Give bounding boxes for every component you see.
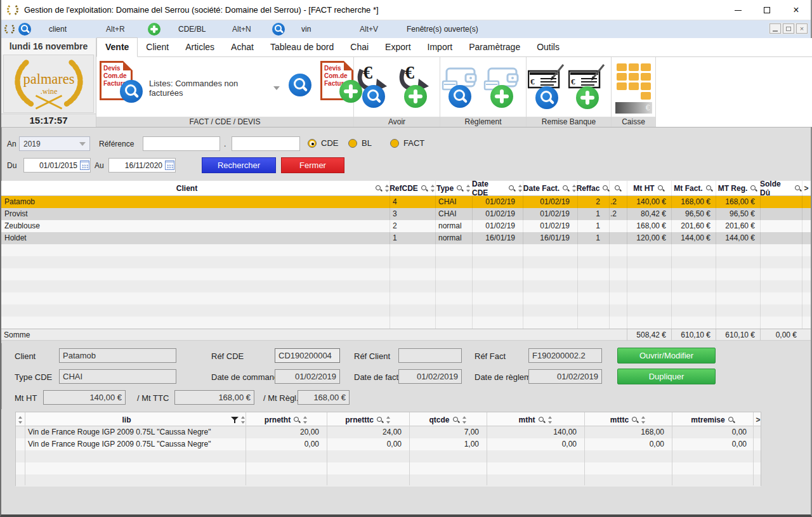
doc-type-radio[interactable]: BL — [348, 138, 372, 148]
open-windows-menu[interactable]: Fenêtre(s) ouverte(s) — [407, 25, 478, 34]
column-search-icon[interactable] — [452, 416, 460, 424]
col-solde[interactable]: Solde Dû — [760, 181, 802, 196]
type-cde-field[interactable] — [59, 369, 176, 384]
column-search-icon[interactable] — [750, 185, 757, 192]
search-button[interactable]: Rechercher — [202, 157, 276, 173]
add-cde-bl-icon[interactable] — [148, 23, 160, 36]
col-mt-ht[interactable]: Mt HT — [627, 181, 671, 196]
search-vin-icon[interactable] — [272, 23, 285, 36]
scroll-right-icon[interactable]: > — [802, 181, 811, 196]
menu-tab[interactable]: Export — [377, 38, 419, 56]
sort-icon[interactable] — [462, 416, 467, 424]
mt-ttc-field[interactable] — [174, 390, 254, 405]
fact-search-button[interactable]: Devis Com.de Facture — [100, 57, 133, 100]
menu-tab[interactable]: Achat — [223, 38, 262, 56]
menu-tab[interactable]: Tableau de bord — [262, 38, 342, 56]
column-search-icon[interactable] — [562, 185, 570, 192]
sort-icon[interactable] — [548, 416, 553, 424]
menu-tab[interactable]: Vente — [96, 37, 138, 57]
menu-tab[interactable]: Paramètrage — [461, 38, 528, 56]
minimize-button[interactable] — [723, 0, 752, 20]
avoir-search-button[interactable]: € — [355, 61, 392, 108]
caisse-button[interactable]: € — [612, 57, 655, 114]
column-search-icon[interactable] — [794, 185, 802, 192]
quick-vin-label[interactable]: vin — [301, 25, 360, 34]
column-search-icon[interactable] — [657, 185, 665, 192]
quick-cdebl-label[interactable]: CDE/BL — [178, 25, 232, 34]
duplicate-button[interactable]: Dupliquer — [617, 369, 716, 384]
sort-icon[interactable] — [431, 185, 435, 192]
search-client-icon[interactable] — [18, 23, 31, 36]
col-lib[interactable]: lib — [25, 412, 246, 428]
date-facture-field[interactable] — [398, 369, 462, 384]
reglement-new-button[interactable] — [483, 61, 520, 108]
remise-new-button[interactable]: € — [568, 61, 606, 109]
sort-icon[interactable] — [641, 416, 646, 424]
column-search-icon[interactable] — [631, 416, 639, 424]
table-row[interactable]: Patamob 4 CHAI 01/02/19 01/02/19 2 .2 14… — [1, 196, 811, 208]
scroll-right-icon[interactable]: > — [754, 412, 762, 428]
client-field[interactable] — [59, 348, 176, 363]
reference2-input[interactable] — [232, 136, 300, 151]
sort-icon[interactable] — [18, 416, 23, 424]
col-mtremise[interactable]: mtremise — [672, 412, 754, 428]
reglement-search-button[interactable] — [442, 61, 478, 108]
sort-icon[interactable] — [303, 416, 308, 424]
col-mtttc[interactable]: mtttc — [584, 412, 672, 428]
col-refcde[interactable]: RefCDE — [390, 181, 435, 196]
close-form-button[interactable]: Fermer — [281, 157, 344, 173]
mdi-restore-button[interactable] — [783, 23, 794, 34]
refclient-field[interactable] — [398, 348, 462, 363]
mt-regl-field[interactable] — [298, 390, 350, 405]
column-search-icon[interactable] — [728, 416, 735, 424]
sort-icon[interactable] — [385, 185, 390, 192]
column-search-icon[interactable] — [705, 185, 713, 192]
sort-icon[interactable] — [241, 416, 246, 424]
listes-dropdown[interactable]: Listes: Commandes non facturées — [149, 79, 280, 98]
column-search-icon[interactable] — [538, 416, 546, 424]
mdi-minimize-button[interactable] — [769, 23, 781, 34]
listes-search-button[interactable] — [289, 74, 311, 96]
mdi-close-button[interactable]: × — [796, 23, 808, 34]
col-type[interactable]: Type — [435, 181, 472, 196]
col-mtht[interactable]: mtht — [487, 412, 584, 428]
sort-icon[interactable] — [386, 416, 391, 424]
column-search-icon[interactable] — [376, 416, 384, 424]
col-mt-fact[interactable]: Mt Fact. — [671, 181, 716, 196]
date-commande-field[interactable] — [275, 369, 340, 384]
menu-tab[interactable]: Chai — [342, 38, 377, 56]
sort-icon[interactable] — [466, 185, 471, 192]
sort-icon[interactable] — [518, 185, 523, 192]
reference-input[interactable] — [143, 136, 220, 151]
doc-type-radio[interactable]: CDE — [308, 138, 338, 148]
calendar-icon[interactable] — [165, 160, 174, 170]
list-item[interactable]: Vin de France Rouge IGP 2009 0.75L "Caus… — [16, 438, 761, 450]
column-search-icon[interactable] — [293, 416, 301, 424]
table-row[interactable]: Holdet 1 normal 16/01/19 16/01/19 1 120,… — [1, 232, 811, 244]
avoir-new-button[interactable]: € — [397, 61, 434, 108]
col-prnetttc[interactable]: prnetttc — [327, 412, 409, 428]
column-search-icon[interactable] — [456, 185, 464, 192]
fact-new-button[interactable]: Devis Com.de Facture — [320, 57, 353, 100]
mt-ht-field[interactable] — [43, 390, 126, 405]
table-row[interactable]: Zeublouse 2 normal 01/02/19 01/02/19 1 1… — [1, 220, 811, 232]
col-mini[interactable] — [609, 181, 627, 196]
quick-client-label[interactable]: client — [49, 25, 106, 34]
column-search-icon[interactable] — [375, 185, 383, 192]
calendar-icon[interactable] — [80, 160, 89, 170]
list-item[interactable]: Vin de France Rouge IGP 2009 0.75L "Caus… — [16, 426, 761, 438]
menu-tab[interactable]: Articles — [177, 38, 223, 56]
date-reglement-field[interactable] — [528, 369, 602, 384]
column-search-icon[interactable] — [421, 185, 428, 192]
col-client[interactable]: Client — [1, 181, 390, 196]
doc-type-radio[interactable]: FACT — [390, 138, 424, 148]
open-modify-button[interactable]: Ouvrir/Modifier — [617, 348, 716, 363]
col-reffac[interactable]: Reffac — [577, 181, 609, 196]
maximize-button[interactable] — [752, 0, 782, 20]
column-search-icon[interactable] — [614, 185, 622, 192]
menu-tab[interactable]: Client — [138, 38, 177, 56]
refcde-field[interactable] — [275, 348, 340, 363]
remise-search-button[interactable]: € — [528, 61, 566, 109]
menu-tab[interactable]: Import — [419, 38, 461, 56]
column-search-icon[interactable] — [508, 185, 516, 192]
